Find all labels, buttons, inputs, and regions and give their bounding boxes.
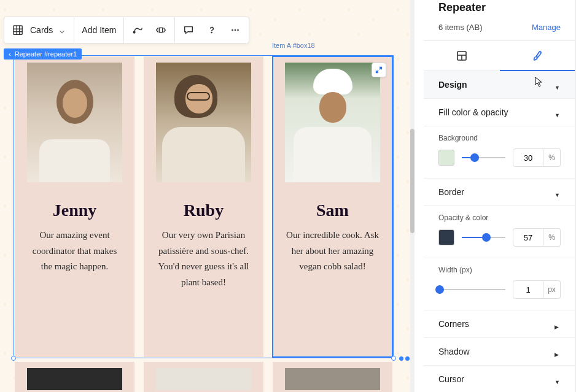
card-description: Our very own Parisian patissière and sou… bbox=[152, 228, 255, 290]
fill-opacity-slider[interactable] bbox=[462, 152, 505, 164]
repeater-toolbar: Cards Add Item bbox=[4, 17, 249, 44]
border-swatch[interactable] bbox=[438, 229, 454, 245]
border-width-slider[interactable] bbox=[438, 283, 505, 296]
chevron-down-icon bbox=[555, 376, 561, 382]
section-cursor[interactable]: Cursor bbox=[424, 366, 575, 392]
selection-tag-prefix: ‹ bbox=[9, 50, 11, 58]
brush-icon bbox=[531, 50, 543, 62]
expand-icon[interactable] bbox=[372, 63, 386, 77]
repeater-item[interactable] bbox=[15, 362, 134, 392]
selection-tag-text: Repeater #repeater1 bbox=[15, 50, 77, 58]
card-name: Sam bbox=[316, 201, 349, 220]
add-item-label: Add Item bbox=[82, 25, 116, 35]
selection-add-handle[interactable] bbox=[399, 356, 403, 361]
card-image[interactable] bbox=[156, 63, 251, 182]
canvas[interactable]: Cards Add Item bbox=[0, 0, 414, 392]
fill-block: Background 30 % bbox=[424, 126, 575, 179]
border-opacity-label: Opacity & color bbox=[438, 213, 561, 222]
section-border[interactable]: Border bbox=[424, 179, 575, 206]
panel-title: Repeater bbox=[424, 0, 575, 23]
comment-icon[interactable] bbox=[182, 24, 195, 36]
repeater[interactable]: Jenny Our amazing event coordinator that… bbox=[15, 56, 392, 357]
section-label: Shadow bbox=[438, 347, 470, 356]
svg-point-5 bbox=[134, 31, 136, 33]
svg-point-7 bbox=[211, 32, 212, 33]
section-label: Fill color & opacity bbox=[438, 107, 508, 117]
border-width-unit: px bbox=[543, 280, 561, 299]
fill-background-label: Background bbox=[438, 134, 561, 142]
card-name: Jenny bbox=[53, 201, 97, 220]
fill-opacity-unit: % bbox=[543, 148, 561, 167]
border-opacity-value[interactable]: 57 bbox=[513, 228, 543, 247]
section-shadow[interactable]: Shadow bbox=[424, 338, 575, 366]
selection-tag[interactable]: ‹ Repeater #repeater1 bbox=[4, 48, 82, 60]
stretch-icon[interactable] bbox=[155, 24, 167, 36]
chevron-down-icon bbox=[555, 189, 561, 195]
mouse-cursor-icon bbox=[534, 76, 544, 88]
item-label: Item A #box18 bbox=[272, 42, 315, 49]
repeater-item-selected[interactable]: Sam Our incredible cook. Ask her about h… bbox=[273, 56, 392, 357]
animation-icon[interactable] bbox=[131, 24, 144, 36]
scrollbar-track[interactable] bbox=[410, 0, 414, 392]
scrollbar-thumb[interactable] bbox=[410, 129, 414, 233]
section-corners[interactable]: Corners bbox=[424, 310, 575, 338]
design-tab[interactable] bbox=[500, 41, 576, 71]
selection-handle[interactable] bbox=[11, 356, 16, 361]
repeater-item[interactable]: Jenny Our amazing event coordinator that… bbox=[15, 56, 134, 357]
fill-opacity-value[interactable]: 30 bbox=[513, 148, 543, 167]
chevron-down-icon bbox=[555, 82, 561, 88]
chevron-right-icon bbox=[555, 348, 561, 355]
card-image bbox=[285, 368, 380, 390]
repeater-row-2[interactable] bbox=[15, 362, 392, 392]
manage-link[interactable]: Manage bbox=[532, 23, 561, 32]
layout-dropdown[interactable]: Cards bbox=[4, 17, 74, 43]
card-image bbox=[156, 368, 251, 390]
layout-label: Cards bbox=[30, 25, 53, 35]
panel-tabs bbox=[424, 40, 575, 71]
repeater-item[interactable] bbox=[144, 362, 263, 392]
repeater-item[interactable]: Ruby Our very own Parisian patissière an… bbox=[144, 56, 263, 357]
border-width-label: Width (px) bbox=[438, 266, 561, 274]
border-opacity-unit: % bbox=[543, 228, 561, 247]
border-width-value[interactable]: 1 bbox=[513, 280, 543, 299]
border-width-block: Width (px) 1 px bbox=[424, 258, 575, 310]
layout-icon bbox=[456, 50, 468, 62]
selection-handle[interactable] bbox=[391, 356, 396, 361]
card-image[interactable] bbox=[285, 63, 380, 182]
chevron-right-icon bbox=[555, 321, 561, 327]
items-count: 6 items (AB) bbox=[438, 23, 483, 32]
grid-icon bbox=[12, 24, 24, 36]
card-description: Our incredible cook. Ask her about her a… bbox=[281, 228, 384, 275]
card-image[interactable] bbox=[27, 63, 122, 182]
card-description: Our amazing event coordinator that makes… bbox=[23, 228, 126, 275]
inspector-panel: Repeater 6 items (AB) Manage Design Fill… bbox=[424, 0, 576, 392]
selection-add-handle[interactable] bbox=[405, 356, 410, 361]
svg-point-10 bbox=[238, 29, 239, 31]
svg-point-9 bbox=[235, 29, 236, 31]
layout-tab[interactable] bbox=[424, 41, 500, 71]
add-item-button[interactable]: Add Item bbox=[74, 17, 124, 43]
section-label: Corners bbox=[438, 319, 469, 329]
section-design[interactable]: Design bbox=[424, 71, 575, 99]
card-image bbox=[27, 368, 122, 390]
repeater-item[interactable] bbox=[273, 362, 392, 392]
chevron-down-icon bbox=[555, 109, 561, 115]
chevron-down-icon bbox=[59, 26, 66, 34]
fill-swatch[interactable] bbox=[438, 150, 454, 166]
svg-rect-0 bbox=[14, 26, 22, 34]
section-label: Border bbox=[438, 187, 464, 197]
card-name: Ruby bbox=[184, 201, 224, 220]
border-opacity-block: Opacity & color 57 % bbox=[424, 206, 575, 258]
section-fill[interactable]: Fill color & opacity bbox=[424, 99, 575, 126]
section-label: Design bbox=[438, 80, 467, 90]
more-icon[interactable] bbox=[229, 24, 241, 36]
section-label: Cursor bbox=[438, 374, 464, 384]
svg-rect-6 bbox=[160, 28, 163, 32]
border-opacity-slider[interactable] bbox=[462, 231, 505, 244]
help-icon[interactable] bbox=[206, 24, 218, 36]
svg-point-8 bbox=[232, 29, 234, 31]
